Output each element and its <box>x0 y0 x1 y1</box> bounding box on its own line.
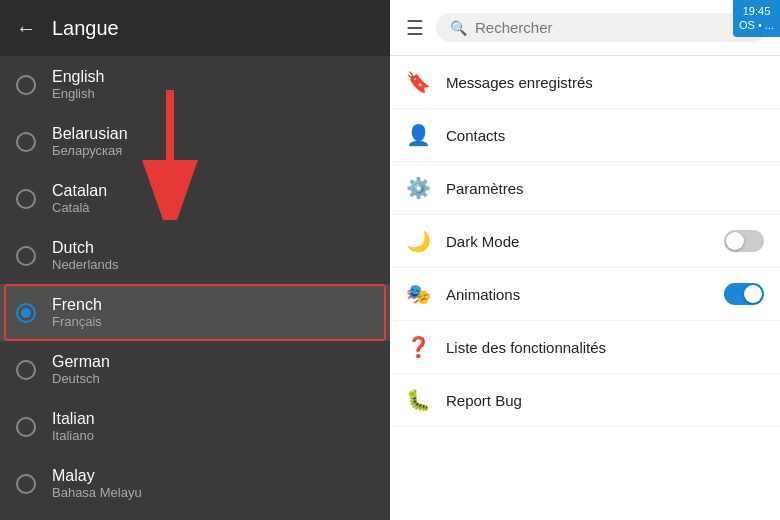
menu-label-contacts: Contacts <box>446 127 764 144</box>
radio-malay <box>16 474 36 494</box>
menu-label-settings: Paramètres <box>446 180 764 197</box>
lang-name-dutch: Dutch <box>52 239 119 257</box>
language-item-english[interactable]: EnglishEnglish <box>0 56 390 113</box>
lang-native-catalan: Català <box>52 200 107 215</box>
lang-native-malay: Bahasa Melayu <box>52 485 142 500</box>
right-panel: ☰ 🔍 19:45 OS • ... 🔖Messages enregistrés… <box>390 0 780 520</box>
bookmark-icon: 🔖 <box>406 70 430 94</box>
menu-item-animations[interactable]: 🎭Animations <box>390 268 780 321</box>
menu-item-darkmode[interactable]: 🌙Dark Mode <box>390 215 780 268</box>
lang-text-french: FrenchFrançais <box>52 296 102 329</box>
search-icon: 🔍 <box>450 20 467 36</box>
menu-item-bug[interactable]: 🐛Report Bug <box>390 374 780 427</box>
lang-text-malay: MalayBahasa Melayu <box>52 467 142 500</box>
question-icon: ❓ <box>406 335 430 359</box>
lang-name-belarusian: Belarusian <box>52 125 128 143</box>
lang-text-english: EnglishEnglish <box>52 68 104 101</box>
lang-name-malay: Malay <box>52 467 142 485</box>
left-panel: ← Langue EnglishEnglishBelarusianБеларус… <box>0 0 390 520</box>
radio-french <box>16 303 36 323</box>
lang-native-italian: Italiano <box>52 428 95 443</box>
moon-icon: 🌙 <box>406 229 430 253</box>
radio-english <box>16 75 36 95</box>
toggle-knob-animations <box>744 285 762 303</box>
menu-item-features[interactable]: ❓Liste des fonctionnalités <box>390 321 780 374</box>
radio-dutch <box>16 246 36 266</box>
bug-icon: 🐛 <box>406 388 430 412</box>
lang-name-catalan: Catalan <box>52 182 107 200</box>
radio-german <box>16 360 36 380</box>
toggle-animations[interactable] <box>724 283 764 305</box>
animation-icon: 🎭 <box>406 282 430 306</box>
language-list: EnglishEnglishBelarusianБеларускаяCatala… <box>0 56 390 520</box>
language-item-malay[interactable]: MalayBahasa Melayu <box>0 455 390 512</box>
toggle-knob-darkmode <box>726 232 744 250</box>
language-item-german[interactable]: GermanDeutsch <box>0 341 390 398</box>
language-item-belarusian[interactable]: BelarusianБеларуская <box>0 113 390 170</box>
time-badge: 19:45 OS • ... <box>733 0 780 37</box>
lang-native-dutch: Nederlands <box>52 257 119 272</box>
menu-label-bug: Report Bug <box>446 392 764 409</box>
lang-text-german: GermanDeutsch <box>52 353 110 386</box>
menu-item-settings[interactable]: ⚙️Paramètres <box>390 162 780 215</box>
person-icon: 👤 <box>406 123 430 147</box>
lang-text-dutch: DutchNederlands <box>52 239 119 272</box>
back-button[interactable]: ← <box>16 17 36 40</box>
menu-list: 🔖Messages enregistrés👤Contacts⚙️Paramètr… <box>390 56 780 520</box>
radio-italian <box>16 417 36 437</box>
lang-name-french: French <box>52 296 102 314</box>
search-bar[interactable]: 🔍 <box>436 13 768 42</box>
lang-text-italian: ItalianItaliano <box>52 410 95 443</box>
lang-native-german: Deutsch <box>52 371 110 386</box>
lang-name-english: English <box>52 68 104 86</box>
network-display: OS • ... <box>739 18 774 32</box>
menu-item-contacts[interactable]: 👤Contacts <box>390 109 780 162</box>
lang-name-german: German <box>52 353 110 371</box>
menu-label-darkmode: Dark Mode <box>446 233 708 250</box>
lang-native-belarusian: Беларуская <box>52 143 128 158</box>
search-input[interactable] <box>475 19 754 36</box>
gear-icon: ⚙️ <box>406 176 430 200</box>
left-header: ← Langue <box>0 0 390 56</box>
time-display: 19:45 <box>739 4 774 18</box>
menu-label-features: Liste des fonctionnalités <box>446 339 764 356</box>
lang-text-catalan: CatalanCatalà <box>52 182 107 215</box>
language-item-french[interactable]: FrenchFrançais <box>0 284 390 341</box>
right-header: ☰ 🔍 <box>390 0 780 56</box>
menu-label-animations: Animations <box>446 286 708 303</box>
lang-native-french: Français <box>52 314 102 329</box>
menu-item-saved[interactable]: 🔖Messages enregistrés <box>390 56 780 109</box>
radio-belarusian <box>16 132 36 152</box>
language-item-italian[interactable]: ItalianItaliano <box>0 398 390 455</box>
hamburger-icon[interactable]: ☰ <box>402 12 428 44</box>
lang-text-belarusian: BelarusianБеларуская <box>52 125 128 158</box>
radio-catalan <box>16 189 36 209</box>
lang-native-english: English <box>52 86 104 101</box>
page-title: Langue <box>52 17 119 40</box>
toggle-darkmode[interactable] <box>724 230 764 252</box>
language-item-catalan[interactable]: CatalanCatalà <box>0 170 390 227</box>
lang-name-italian: Italian <box>52 410 95 428</box>
language-item-dutch[interactable]: DutchNederlands <box>0 227 390 284</box>
menu-label-saved: Messages enregistrés <box>446 74 764 91</box>
